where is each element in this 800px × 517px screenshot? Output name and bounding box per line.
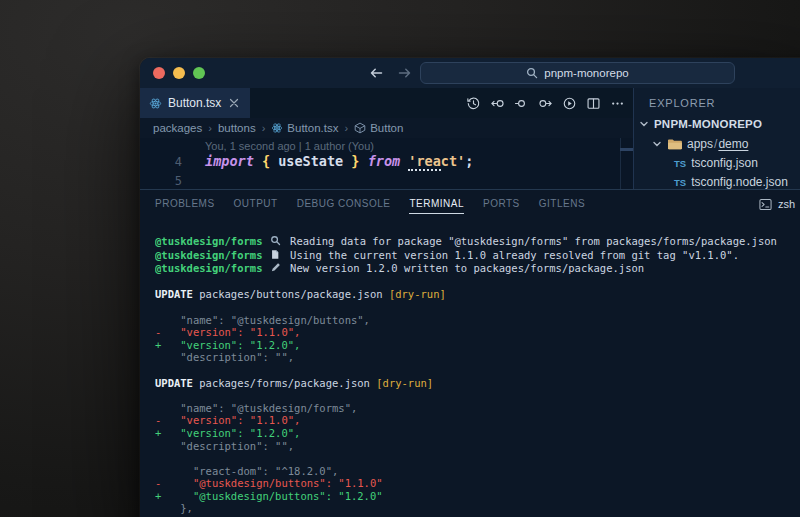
editor-group: Button.tsx packages›buttons›Button.tsx›B…: [140, 88, 633, 189]
forward-button[interactable]: [397, 65, 413, 81]
chevron-down-icon: [639, 119, 649, 129]
code-line[interactable]: import { useState } from 'react';: [205, 153, 473, 169]
file-label: tsconfig.json: [691, 156, 758, 170]
breadcrumb-item-button[interactable]: Button: [354, 122, 403, 134]
folder-highlight: demo: [718, 137, 748, 151]
breadcrumb: packages›buttons›Button.tsx›Button: [140, 118, 633, 138]
terminal-line: - "@tuskdesign/buttons": "1.1.0": [155, 477, 800, 490]
terminal-line: "name": "@tuskdesign/forms",: [155, 402, 800, 415]
panel-tab-gitlens[interactable]: GITLENS: [539, 191, 585, 217]
close-icon[interactable]: [229, 98, 239, 108]
terminal-line: UPDATE packages/buttons/package.json [dr…: [155, 288, 800, 301]
terminal-line: "description": "",: [155, 440, 800, 453]
terminal-icon: [759, 198, 772, 211]
shell-selector[interactable]: zsh: [778, 198, 795, 210]
terminal-line: + "version": "1.2.0",: [155, 427, 800, 440]
back-button[interactable]: [368, 65, 384, 81]
pencil-icon: [270, 262, 283, 276]
zoom-window-button[interactable]: [193, 67, 205, 79]
command-center-search[interactable]: pnpm-monorepo: [420, 62, 735, 84]
editor-scrollbar[interactable]: [620, 138, 633, 189]
traffic-lights: [153, 67, 205, 79]
typescript-icon: TS: [674, 158, 686, 169]
breadcrumb-separator: ›: [344, 122, 348, 134]
terminal-line: @tuskdesign/forms New version 1.2.0 writ…: [155, 262, 800, 276]
tab-label: Button.tsx: [168, 96, 221, 110]
breadcrumb-item-button-tsx[interactable]: Button.tsx: [271, 122, 338, 134]
line-number: 4: [140, 155, 182, 169]
explorer-item-apps-demo[interactable]: apps/demo: [652, 137, 748, 151]
breadcrumb-item-buttons[interactable]: buttons: [218, 122, 256, 134]
react-icon: [271, 122, 283, 134]
next-change-icon[interactable]: [538, 96, 553, 111]
chevron-down-icon: [652, 139, 662, 149]
breadcrumb-separator: ›: [208, 122, 212, 134]
panel-tab-ports[interactable]: PORTS: [483, 191, 520, 217]
terminal-line: [155, 389, 800, 402]
symbol-icon: [354, 122, 366, 134]
search-icon: [526, 67, 538, 79]
root-folder-label: PNPM-MONOREPO: [654, 118, 762, 130]
panel-tab-problems[interactable]: PROBLEMS: [155, 191, 215, 217]
explorer-header: EXPLORER: [649, 97, 715, 109]
terminal-output[interactable]: @tuskdesign/forms Reading data for packa…: [155, 218, 800, 517]
terminal-line: + "@tuskdesign/buttons": "1.2.0": [155, 490, 800, 503]
folder-icon: [667, 138, 682, 151]
terminal-line: [155, 301, 800, 314]
terminal-line: UPDATE packages/forms/package.json [dry-…: [155, 377, 800, 390]
terminal-line: [155, 452, 800, 465]
close-window-button[interactable]: [153, 67, 165, 79]
line-number-next: 5: [140, 174, 182, 188]
minimize-window-button[interactable]: [173, 67, 185, 79]
desktop: { "titlebar": { "search": { "value": "pn…: [0, 0, 800, 517]
document-icon: [270, 249, 283, 263]
terminal-line: - "version": "1.1.0",: [155, 414, 800, 427]
vscode-window: pnpm-monorepo Button.tsx: [140, 58, 800, 517]
panel-tab-debug-console[interactable]: DEBUG CONSOLE: [297, 191, 391, 217]
terminal-line: "react-dom": "^18.2.0",: [155, 465, 800, 478]
file-label: tsconfig.node.json: [691, 175, 788, 189]
breadcrumb-separator: ›: [262, 122, 266, 134]
editor-actions: [466, 88, 625, 118]
terminal-line: "name": "@tuskdesign/buttons",: [155, 314, 800, 327]
typescript-icon: TS: [674, 177, 686, 188]
terminal-line: + "version": "1.2.0",: [155, 339, 800, 352]
change-dot-icon[interactable]: [514, 96, 529, 111]
title-bar[interactable]: pnpm-monorepo: [140, 58, 800, 88]
bottom-panel: PROBLEMSOUTPUTDEBUG CONSOLETERMINALPORTS…: [140, 189, 800, 517]
terminal-line: @tuskdesign/forms Reading data for packa…: [155, 235, 800, 249]
terminal-line: @tuskdesign/forms Using the current vers…: [155, 249, 800, 263]
code-editor[interactable]: You, 1 second ago | 1 author (You) 4 imp…: [140, 138, 633, 189]
terminal-line: },: [155, 502, 800, 515]
split-editor-icon[interactable]: [586, 96, 601, 111]
explorer-item-tsconfig-node[interactable]: TS tsconfig.node.json: [674, 175, 788, 189]
git-blame-annotation: You, 1 second ago | 1 author (You): [205, 140, 374, 152]
tab-button-tsx[interactable]: Button.tsx: [140, 88, 250, 118]
terminal-line: [155, 276, 800, 289]
explorer-sidebar: EXPLORER PNPM-MONOREPO apps/demo TS tsco…: [633, 88, 800, 189]
panel-tab-bar: PROBLEMSOUTPUTDEBUG CONSOLETERMINALPORTS…: [140, 190, 800, 218]
terminal-line: - "version": "1.1.0",: [155, 326, 800, 339]
panel-actions: zsh: [759, 190, 800, 218]
folder-label: apps/demo: [687, 137, 748, 151]
terminal-line: "description": "",: [155, 351, 800, 364]
panel-tab-terminal[interactable]: TERMINAL: [409, 191, 464, 217]
panel-tab-output[interactable]: OUTPUT: [234, 191, 278, 217]
breadcrumb-item-packages[interactable]: packages: [153, 122, 202, 134]
search-value: pnpm-monorepo: [544, 67, 628, 79]
explorer-root-folder[interactable]: PNPM-MONOREPO: [639, 118, 762, 130]
tab-bar: Button.tsx: [140, 88, 633, 118]
magnifier-icon: [270, 235, 283, 249]
history-icon[interactable]: [466, 96, 481, 111]
run-icon[interactable]: [562, 96, 577, 111]
editor-scrollbar-thumb[interactable]: [620, 148, 633, 151]
explorer-item-tsconfig[interactable]: TS tsconfig.json: [674, 156, 758, 170]
previous-change-icon[interactable]: [490, 96, 505, 111]
react-icon: [149, 97, 162, 110]
terminal-line: [155, 364, 800, 377]
more-actions-icon[interactable]: [610, 96, 625, 111]
